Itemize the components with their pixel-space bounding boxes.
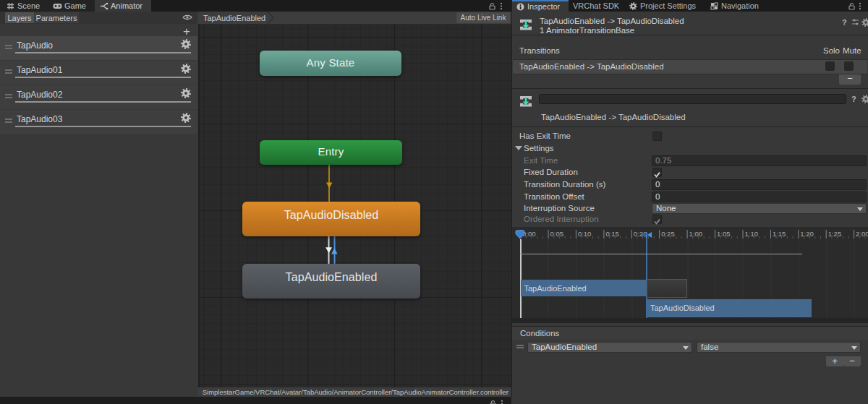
svg-text:1:10: 1:10 (745, 230, 759, 238)
svg-text:1:00: 1:00 (689, 230, 703, 238)
svg-text:0:25: 0:25 (661, 230, 675, 238)
svg-text:0:10: 0:10 (578, 230, 592, 238)
svg-text:1:20: 1:20 (800, 230, 814, 238)
svg-text:0:15: 0:15 (605, 230, 619, 238)
svg-text:1:25: 1:25 (828, 230, 842, 238)
svg-text:1:05: 1:05 (717, 230, 731, 238)
svg-text:2:00: 2:00 (856, 230, 868, 238)
svg-text:1:15: 1:15 (773, 230, 786, 238)
svg-text:0:05: 0:05 (550, 230, 564, 238)
